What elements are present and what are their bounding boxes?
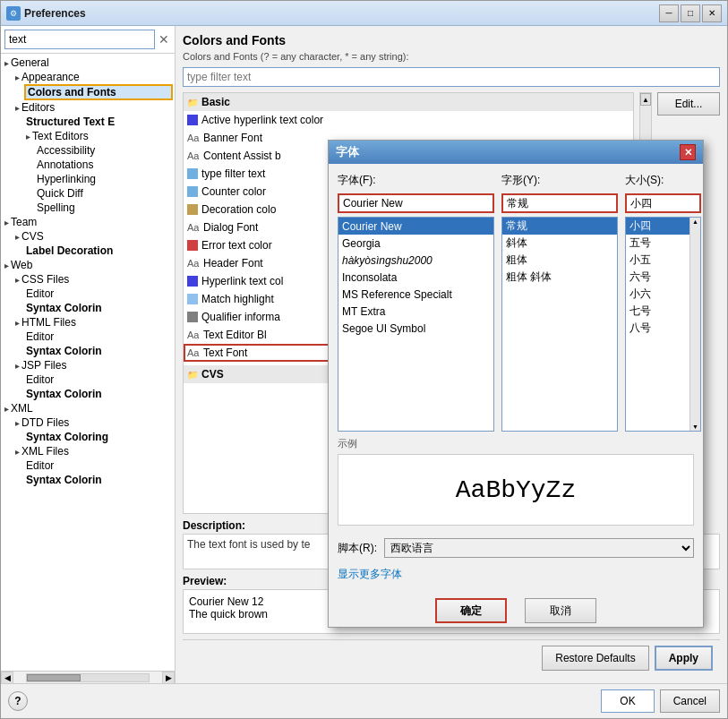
ok-button[interactable]: OK: [601, 689, 654, 713]
style-column: 字形(Y): 常规 斜体 粗体 粗体 斜体: [501, 173, 618, 432]
font-list-item-segoe[interactable]: Segoe UI Symbol: [338, 320, 493, 337]
style-list-item-italic[interactable]: 斜体: [502, 235, 617, 252]
size-scrollbar[interactable]: ▲ ▼: [689, 218, 700, 431]
tree-item-accessibility[interactable]: Accessibility: [35, 143, 173, 158]
size-column-label: 大小(S):: [625, 173, 701, 188]
color-swatch: [187, 294, 198, 304]
scroll-thumb[interactable]: [27, 674, 81, 681]
restore-defaults-button[interactable]: Restore Defaults: [542, 646, 648, 671]
scroll-up-btn[interactable]: ▲: [640, 93, 651, 106]
action-bar: ? OK Cancel: [1, 683, 727, 718]
tree-item-editors[interactable]: ▸ Editors: [13, 100, 173, 115]
tree-item-web[interactable]: ▸ Web: [3, 258, 173, 272]
minimize-button[interactable]: ─: [659, 4, 679, 22]
tree-item-dtd-files[interactable]: ▸ DTD Files: [13, 415, 173, 430]
size-list-item-s4[interactable]: 小四: [626, 218, 689, 235]
size-list-item-s6[interactable]: 小六: [626, 286, 689, 303]
tree-item-structured-text[interactable]: Structured Text E: [24, 115, 173, 129]
size-list-item-s5[interactable]: 小五: [626, 252, 689, 269]
font-list-item-mt-extra[interactable]: MT Extra: [338, 303, 493, 320]
tree-item-jsp-syntax[interactable]: Syntax Colorin: [24, 387, 173, 401]
size-input[interactable]: [625, 193, 701, 213]
sample-display: AaBbYyZz: [338, 454, 694, 526]
font-list-item-courier[interactable]: Courier New: [338, 218, 493, 235]
script-select[interactable]: 西欧语言: [384, 538, 694, 558]
search-input[interactable]: [4, 30, 155, 49]
tree-item-colors-fonts[interactable]: Colors and Fonts: [24, 84, 173, 100]
tree-item-jsp-editor[interactable]: Editor: [24, 372, 173, 387]
size-scroll-up[interactable]: ▲: [690, 218, 700, 226]
tree-item-html-files[interactable]: ▸ HTML Files: [13, 315, 173, 330]
tree-label: Annotations: [37, 158, 93, 171]
tree-item-jsp-files[interactable]: ▸ JSP Files: [13, 358, 173, 372]
font-list-item-inconsolata[interactable]: Inconsolata: [338, 269, 493, 286]
tree-label: Appearance: [21, 71, 80, 83]
tree-label: Editor: [26, 373, 54, 386]
font-input[interactable]: [338, 193, 494, 213]
style-list-item-bold-italic[interactable]: 粗体 斜体: [502, 269, 617, 286]
color-swatch: [187, 115, 198, 125]
maximize-button[interactable]: □: [681, 4, 700, 22]
tree-item-appearance[interactable]: ▸ Appearance: [13, 70, 173, 84]
dialog-cancel-button[interactable]: 取消: [525, 598, 596, 623]
tree-item-xml-syntax[interactable]: Syntax Colorin: [24, 473, 173, 487]
font-list-item-hak[interactable]: hàkyòsìngshu2000: [338, 252, 493, 269]
scroll-left-btn[interactable]: ◀: [1, 672, 13, 684]
tree-label: Syntax Colorin: [26, 388, 102, 400]
style-list-item-bold[interactable]: 粗体: [502, 252, 617, 269]
search-clear-icon[interactable]: ✕: [157, 32, 171, 47]
arrow-icon: ▸: [15, 103, 20, 113]
tree-item-css-files[interactable]: ▸ CSS Files: [13, 272, 173, 287]
tree-item-xml-files[interactable]: ▸ XML Files: [13, 444, 173, 458]
tree-item-cvs[interactable]: ▸ CVS: [13, 229, 173, 244]
tree-item-team[interactable]: ▸ Team: [3, 215, 173, 229]
dialog-close-button[interactable]: ✕: [680, 144, 696, 160]
style-list-item-regular[interactable]: 常规: [502, 218, 617, 235]
font-list[interactable]: Courier New Georgia hàkyòsìngshu2000 Inc…: [338, 217, 494, 432]
horizontal-scrollbar[interactable]: ◀ ▶: [1, 671, 175, 683]
close-button[interactable]: ✕: [702, 4, 722, 22]
tree-item-xml-editor[interactable]: Editor: [24, 458, 173, 473]
tree-item-dtd-syntax[interactable]: Syntax Coloring: [24, 430, 173, 444]
filter-input[interactable]: [183, 67, 720, 87]
style-input[interactable]: [501, 193, 618, 213]
tree-item-xml[interactable]: ▸ XML: [3, 401, 173, 415]
apply-button[interactable]: Apply: [655, 646, 713, 671]
size-list-item-8[interactable]: 八号: [626, 320, 689, 337]
font-list-item-ms-reference[interactable]: MS Reference Specialt: [338, 286, 493, 303]
size-list-item-7[interactable]: 七号: [626, 303, 689, 320]
font-list-item-georgia[interactable]: Georgia: [338, 235, 493, 252]
more-fonts-link[interactable]: 显示更多字体: [338, 567, 694, 582]
scroll-right-btn[interactable]: ▶: [162, 672, 175, 684]
tree-item-spelling[interactable]: Spelling: [35, 201, 173, 215]
tree-item-general[interactable]: ▸ General: [3, 56, 173, 70]
tree-item-html-editor[interactable]: Editor: [24, 330, 173, 344]
font-item-active-hyperlink[interactable]: Active hyperlink text color: [184, 111, 633, 129]
tree-item-annotations[interactable]: Annotations: [35, 158, 173, 172]
sample-section: 示例 AaBbYyZz: [338, 437, 694, 529]
help-button[interactable]: ?: [8, 691, 28, 711]
dialog-title-bar: 字体 ✕: [329, 141, 703, 164]
style-list[interactable]: 常规 斜体 粗体 粗体 斜体: [501, 217, 618, 432]
edit-button[interactable]: Edit...: [657, 92, 720, 116]
tree-label: Team: [11, 216, 37, 228]
tree-item-text-editors[interactable]: ▸ Text Editors: [24, 129, 173, 143]
tree-item-quick-diff[interactable]: Quick Diff: [35, 186, 173, 201]
size-scroll-down[interactable]: ▼: [690, 423, 700, 431]
size-list-item-6[interactable]: 六号: [626, 269, 689, 286]
script-row: 脚本(R): 西欧语言: [338, 538, 694, 558]
dialog-title: 字体: [336, 144, 680, 160]
size-list-item-5[interactable]: 五号: [626, 235, 689, 252]
tree-label: General: [11, 56, 49, 69]
tree-item-label-decoration[interactable]: Label Decoration: [24, 244, 173, 258]
tree-item-hyperlinking[interactable]: Hyperlinking: [35, 172, 173, 186]
item-label: Decoration colo: [201, 203, 276, 216]
tree-item-css-editor[interactable]: Editor: [24, 287, 173, 301]
size-list[interactable]: 小四 五号 小五 六号 小六 七号 八号 ▲ ▼: [625, 217, 701, 432]
tree-item-css-syntax[interactable]: Syntax Colorin: [24, 301, 173, 315]
cancel-button[interactable]: Cancel: [660, 689, 720, 713]
dialog-ok-button[interactable]: 确定: [435, 598, 507, 623]
item-label: Content Assist b: [203, 150, 281, 162]
tree-item-html-syntax[interactable]: Syntax Colorin: [24, 344, 173, 358]
tree-label: CVS: [21, 230, 44, 243]
